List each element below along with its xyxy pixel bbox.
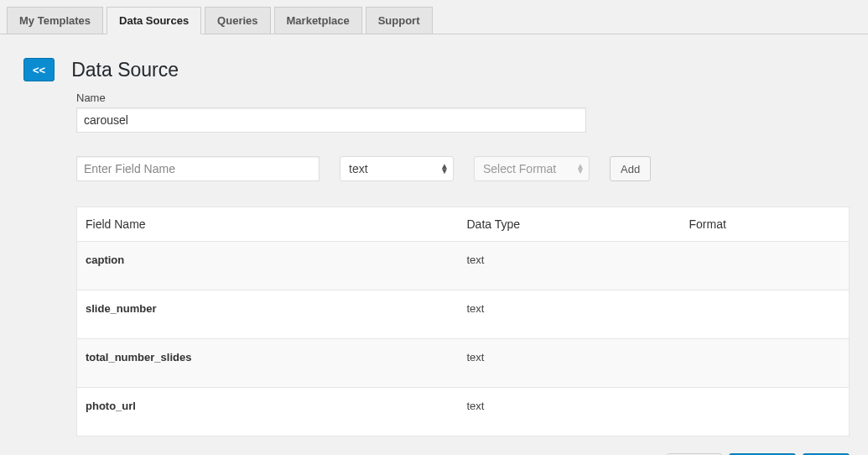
- data-type-select-value: text: [349, 160, 368, 177]
- tab-my-templates[interactable]: My Templates: [7, 7, 103, 34]
- cell-field-name: total_number_slides: [77, 339, 459, 388]
- cell-data-type: text: [459, 388, 681, 437]
- cell-field-name: slide_number: [77, 290, 459, 339]
- cell-field-name: photo_url: [77, 388, 459, 437]
- cell-format: [681, 242, 850, 290]
- col-format: Format: [681, 207, 850, 242]
- table-row: total_number_slides text: [77, 339, 850, 388]
- data-type-select[interactable]: text ▲▼: [340, 156, 454, 181]
- add-field-button[interactable]: Add: [610, 156, 651, 181]
- table-row: photo_url text: [77, 388, 850, 437]
- cell-format: [681, 388, 850, 437]
- cell-data-type: text: [459, 242, 681, 290]
- format-select-value: Select Format: [483, 160, 556, 177]
- tab-support[interactable]: Support: [366, 7, 433, 34]
- tab-data-sources[interactable]: Data Sources: [107, 7, 201, 34]
- col-data-type: Data Type: [459, 207, 681, 242]
- field-name-input[interactable]: [76, 156, 320, 181]
- format-select[interactable]: Select Format ▲▼: [474, 156, 590, 181]
- cell-field-name: caption: [77, 242, 459, 290]
- col-field-name: Field Name: [77, 207, 459, 242]
- tab-bar: My Templates Data Sources Queries Market…: [0, 0, 868, 34]
- name-label: Name: [76, 92, 851, 104]
- chevron-updown-icon: ▲▼: [576, 164, 585, 174]
- back-button[interactable]: <<: [23, 58, 55, 81]
- tab-marketplace[interactable]: Marketplace: [274, 7, 362, 34]
- table-row: slide_number text: [77, 290, 850, 339]
- chevron-updown-icon: ▲▼: [440, 164, 449, 174]
- tab-queries[interactable]: Queries: [205, 7, 270, 34]
- cell-data-type: text: [459, 339, 681, 388]
- cell-format: [681, 290, 850, 339]
- cell-data-type: text: [459, 290, 681, 339]
- cell-format: [681, 339, 850, 388]
- table-row: caption text: [77, 242, 850, 290]
- fields-table: Field Name Data Type Format caption text…: [76, 207, 850, 437]
- page-title: Data Source: [71, 59, 179, 81]
- name-input[interactable]: [76, 107, 586, 133]
